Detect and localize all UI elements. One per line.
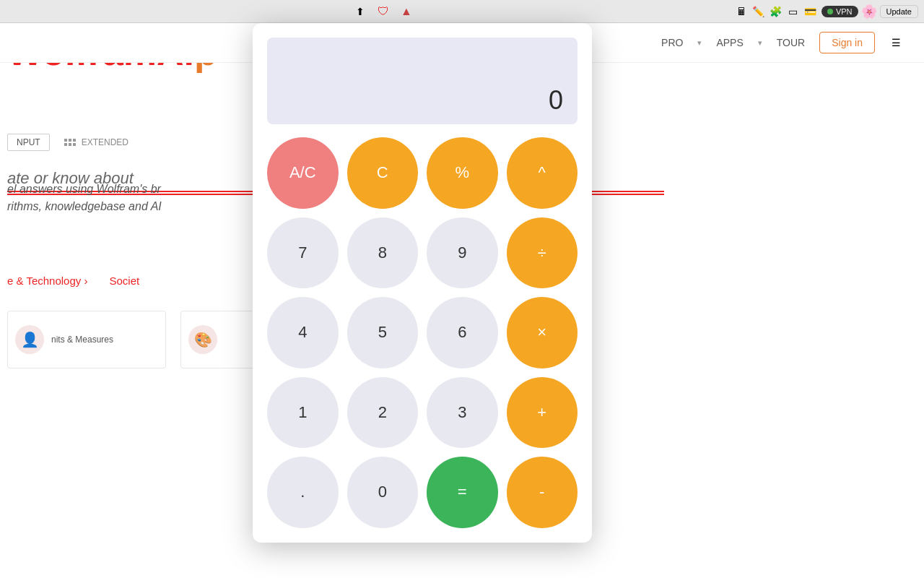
calc-btn-equals[interactable]: = <box>427 457 498 528</box>
calc-display: 0 <box>267 38 578 124</box>
nav-more-icon[interactable]: ☰ <box>889 36 902 49</box>
card-units: 👤 nits & Measures <box>7 311 166 368</box>
update-button[interactable]: Update <box>880 5 918 18</box>
arrow-icon[interactable]: ▲ <box>400 5 413 18</box>
card-2-icon: 🎨 <box>188 325 217 354</box>
browser-center-icons: ⬆ 🛡 ▲ <box>354 0 413 23</box>
card-units-text: nits & Measures <box>51 335 113 345</box>
share-icon[interactable]: ⬆ <box>354 5 367 18</box>
pencil-icon[interactable]: ✏️ <box>752 5 765 18</box>
extended-label[interactable]: EXTENDED <box>64 137 128 147</box>
profile-icon[interactable]: 🌸 <box>863 5 876 18</box>
calc-btn-percent[interactable]: % <box>427 137 498 209</box>
calc-btn-dot[interactable]: . <box>267 457 339 528</box>
input-tab[interactable]: NPUT <box>7 134 50 151</box>
calc-btn-5[interactable]: 5 <box>347 297 419 368</box>
calc-btn-7[interactable]: 7 <box>267 217 339 289</box>
calc-btn-6[interactable]: 6 <box>427 297 498 368</box>
badge-icon[interactable]: 🛡 <box>377 5 390 18</box>
nav-apps[interactable]: APPS <box>716 37 743 48</box>
puzzle-icon[interactable]: 🧩 <box>770 5 783 18</box>
calc-btn-8[interactable]: 8 <box>347 217 419 289</box>
nav-pro[interactable]: PRO <box>661 37 683 48</box>
vpn-badge[interactable]: VPN <box>821 6 858 17</box>
input-row: NPUT EXTENDED <box>7 134 128 151</box>
calc-btn-4[interactable]: 4 <box>267 297 339 368</box>
calc-btn-9[interactable]: 9 <box>427 217 498 289</box>
calc-btn-ac[interactable]: A/C <box>267 137 339 209</box>
browser-bar: ⬆ 🛡 ▲ 🖩 ✏️ 🧩 ▭ 💳 VPN 🌸 Update <box>0 0 924 23</box>
calc-btn-divide[interactable]: ÷ <box>507 217 578 289</box>
vpn-dot <box>827 9 833 14</box>
calc-btn-0[interactable]: 0 <box>347 457 419 528</box>
calc-btn-1[interactable]: 1 <box>267 377 339 449</box>
calculator-icon[interactable]: 🖩 <box>735 5 748 18</box>
extended-text: EXTENDED <box>82 137 128 147</box>
category-links: e & Technology › Societ <box>7 275 139 287</box>
vpn-label: VPN <box>836 7 853 16</box>
calc-btn-3[interactable]: 3 <box>427 377 498 449</box>
nav-signin[interactable]: Sign in <box>819 32 875 53</box>
calc-btn-minus[interactable]: - <box>507 457 578 528</box>
calc-button-grid: A/CC%^789÷456×123+.0=- <box>267 137 578 528</box>
calc-btn-multiply[interactable]: × <box>507 297 578 368</box>
calculator-popup: 0 A/CC%^789÷456×123+.0=- <box>253 23 592 543</box>
sidebar-icon[interactable]: ▭ <box>787 5 800 18</box>
nav-tour[interactable]: TOUR <box>777 37 805 48</box>
input-tab-label: NPUT <box>17 137 40 147</box>
wallet-icon[interactable]: 💳 <box>804 5 817 18</box>
link-society[interactable]: Societ <box>109 275 139 287</box>
link-tech[interactable]: e & Technology › <box>7 275 87 287</box>
calc-btn-power[interactable]: ^ <box>507 137 578 209</box>
calc-btn-2[interactable]: 2 <box>347 377 419 449</box>
calc-btn-plus[interactable]: + <box>507 377 578 449</box>
calc-display-value: 0 <box>549 85 563 116</box>
card-units-icon: 👤 <box>15 325 44 354</box>
calc-btn-c[interactable]: C <box>347 137 419 209</box>
